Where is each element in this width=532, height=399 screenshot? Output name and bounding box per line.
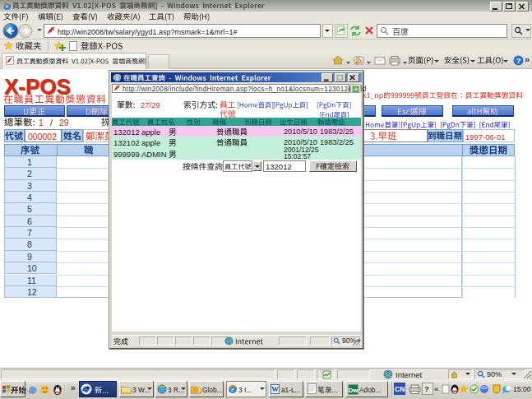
- svg-text:e: e: [6, 2, 9, 10]
- svg-text:e: e: [231, 385, 234, 393]
- svg-text:Dw: Dw: [349, 387, 359, 394]
- svg-text:W: W: [271, 385, 279, 393]
- svg-text:e: e: [116, 74, 119, 81]
- svg-text:?: ?: [516, 57, 521, 65]
